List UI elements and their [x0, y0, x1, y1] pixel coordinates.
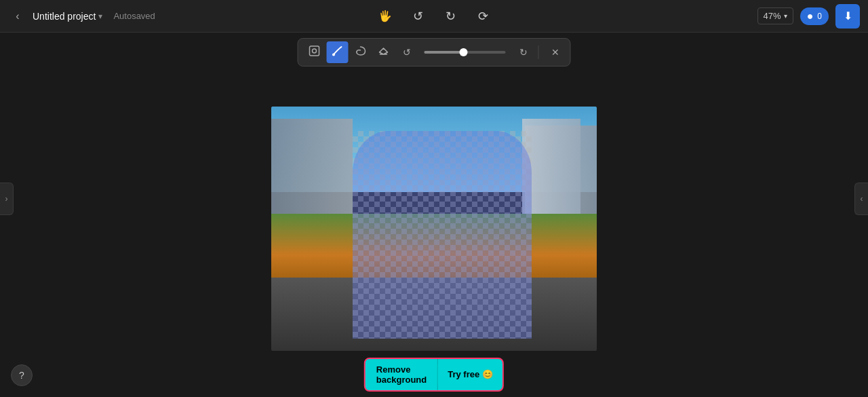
back-icon: ‹ — [16, 10, 19, 22]
hand-icon: 🖐 — [378, 10, 392, 22]
toolbar-divider — [538, 45, 539, 59]
remove-background-popup: Removebackground Try free 😊 — [364, 358, 504, 392]
download-button[interactable]: ⬇ — [835, 4, 860, 29]
left-panel-toggle[interactable]: › — [0, 183, 14, 215]
try-free-button[interactable]: Try free 😊 — [438, 364, 502, 385]
header-right-controls: 47% ▾ ● 0 ⬇ — [757, 4, 860, 29]
redo-button[interactable]: ↻ — [439, 5, 461, 27]
lasso-icon — [355, 45, 367, 60]
close-toolbar-button[interactable]: ✕ — [546, 43, 565, 62]
right-panel-toggle[interactable]: ‹ — [854, 183, 868, 215]
undo-tool-icon: ↺ — [403, 47, 411, 58]
brush-icon — [332, 45, 344, 60]
canvas-area: Removebackground Try free 😊 — [0, 33, 868, 397]
eraser-tool[interactable] — [373, 41, 395, 63]
right-toggle-icon: ‹ — [861, 194, 863, 204]
forward-icon: ↻ — [519, 47, 528, 58]
badge-count: 0 — [817, 12, 822, 21]
autosaved-label: Autosaved — [113, 11, 155, 21]
hand-tool-button[interactable]: 🖐 — [374, 5, 396, 27]
project-dropdown-icon: ▾ — [98, 12, 102, 21]
svg-point-1 — [313, 49, 317, 53]
lasso-tool[interactable] — [350, 41, 372, 63]
try-free-label: Try free — [448, 369, 479, 379]
zoom-control[interactable]: 47% ▾ — [757, 7, 793, 24]
brush-size-slider-container — [425, 51, 506, 54]
brush-tool[interactable] — [327, 41, 349, 63]
help-icon: ? — [19, 370, 24, 381]
svg-rect-0 — [310, 46, 319, 56]
redo-icon: ↻ — [446, 9, 456, 24]
remove-bg-label: Removebackground — [376, 364, 427, 385]
person-selection-mask — [353, 131, 532, 339]
undo-icon: ↺ — [413, 9, 423, 24]
header: ‹ Untitled project ▾ Autosaved 🖐 ↺ ↻ ⟳ 4… — [0, 0, 868, 33]
brush-slider-fill — [425, 51, 461, 54]
left-toggle-icon: › — [5, 194, 8, 204]
brush-slider-thumb[interactable] — [459, 48, 467, 56]
svg-point-2 — [332, 54, 335, 56]
redo2-button[interactable]: ⟳ — [472, 5, 494, 27]
badge-icon: ● — [807, 10, 814, 22]
editing-toolbar: ↺ ↻ ✕ — [298, 38, 571, 67]
image-container[interactable]: Removebackground Try free 😊 — [271, 107, 597, 351]
brush-size-slider[interactable] — [425, 51, 506, 54]
download-icon: ⬇ — [844, 10, 852, 22]
forward-tool[interactable]: ↻ — [513, 41, 534, 63]
smart-select-tool[interactable] — [304, 41, 326, 63]
project-title-text: Untitled project — [33, 11, 96, 22]
undo-tool[interactable]: ↺ — [396, 41, 418, 63]
share-badge-button[interactable]: ● 0 — [800, 7, 829, 25]
smart-select-icon — [309, 45, 321, 60]
back-button[interactable]: ‹ — [8, 7, 27, 26]
help-button[interactable]: ? — [11, 364, 33, 386]
smile-icon: 😊 — [482, 369, 493, 379]
redo2-icon: ⟳ — [478, 9, 488, 24]
zoom-dropdown-icon: ▾ — [784, 12, 787, 20]
remove-background-button[interactable]: Removebackground — [366, 359, 438, 390]
undo-button[interactable]: ↺ — [407, 5, 429, 27]
eraser-icon — [378, 45, 390, 60]
project-title-button[interactable]: Untitled project ▾ — [33, 11, 102, 22]
close-icon: ✕ — [551, 47, 559, 58]
zoom-level-text: 47% — [764, 11, 781, 21]
header-center-controls: 🖐 ↺ ↻ ⟳ — [374, 5, 494, 27]
